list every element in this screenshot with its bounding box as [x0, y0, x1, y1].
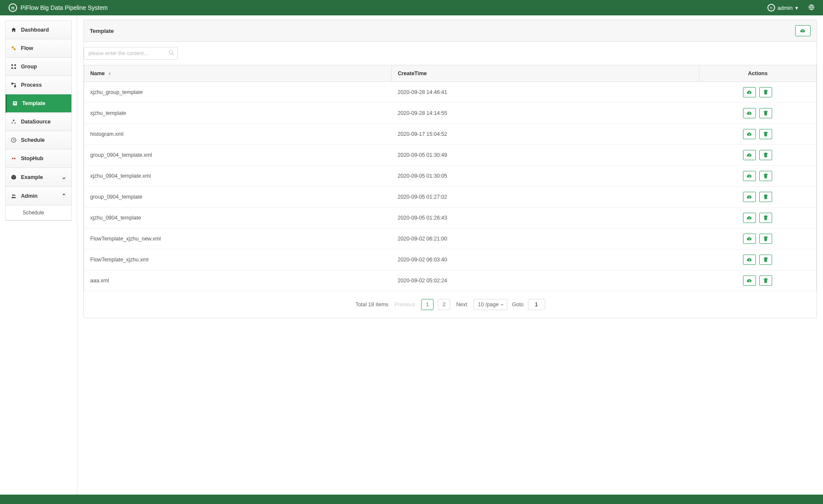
pagination-pagesize-select[interactable]: 10 /page — [473, 299, 508, 310]
svg-rect-4 — [15, 64, 16, 66]
sidebar-item-label: Template — [22, 100, 45, 106]
sidebar-item-template[interactable]: Template — [6, 94, 71, 113]
flow-icon — [11, 45, 17, 51]
sidebar-item-admin[interactable]: Admin ⌃ — [6, 187, 71, 205]
pagination-goto-label: Goto — [512, 302, 523, 308]
cell-createtime: 2020-09-17 15:04:52 — [392, 124, 699, 145]
download-button[interactable] — [743, 213, 756, 223]
delete-button[interactable] — [759, 192, 772, 202]
cell-name: xjzhu_0904_template.xml — [84, 166, 392, 187]
pagination-next[interactable]: Next — [454, 299, 469, 310]
pagination-page-2[interactable]: 2 — [438, 299, 450, 310]
users-icon — [11, 193, 17, 199]
sidebar-item-label: Schedule — [21, 137, 45, 143]
table-row: FlowTemplate_xjzhu.xml 2020-09-02 06:03:… — [84, 249, 817, 270]
chevron-down-icon: ⌄ — [62, 174, 66, 180]
svg-point-15 — [12, 194, 14, 196]
search-icon[interactable] — [168, 50, 174, 57]
table-row: group_0904_template 2020-09-05 01:27:02 — [84, 187, 817, 208]
delete-button[interactable] — [759, 108, 772, 118]
download-button[interactable] — [743, 275, 756, 286]
sidebar-item-datasource[interactable]: DataSource — [6, 113, 71, 131]
delete-button[interactable] — [759, 255, 772, 265]
svg-point-2 — [14, 48, 16, 50]
cell-actions — [699, 229, 816, 249]
sidebar-item-dashboard[interactable]: Dashboard — [6, 21, 71, 39]
table-row: xjzhu_0904_template 2020-09-05 01:26:43 — [84, 208, 817, 229]
download-button[interactable] — [743, 129, 756, 139]
cell-name: xjzhu_0904_template — [84, 208, 392, 229]
admin-dropdown[interactable]: π admin ▾ — [767, 4, 798, 12]
sidebar-item-label: Admin — [21, 193, 38, 199]
svg-rect-6 — [15, 67, 16, 69]
sidebar-item-group[interactable]: Group — [6, 58, 71, 76]
cell-createtime: 2020-09-05 01:30:49 — [392, 145, 699, 166]
column-header-name[interactable]: Name ▲▼ — [84, 65, 392, 82]
globe-icon[interactable] — [808, 4, 814, 12]
sidebar-item-label: StopHub — [21, 155, 43, 161]
pagination-previous[interactable]: Previous — [393, 299, 417, 310]
delete-button[interactable] — [759, 234, 772, 244]
download-button[interactable] — [743, 234, 756, 244]
download-button[interactable] — [743, 171, 756, 181]
datasource-icon — [11, 119, 17, 125]
home-icon — [11, 27, 17, 33]
sort-icon: ▲▼ — [108, 72, 112, 76]
download-button[interactable] — [743, 87, 756, 97]
sidebar-item-stophub[interactable]: StopHub — [6, 149, 71, 168]
sidebar-item-example[interactable]: Example ⌄ — [6, 168, 71, 187]
svg-rect-7 — [12, 83, 13, 85]
svg-point-1 — [12, 46, 14, 48]
cell-createtime: 2020-09-28 14:14:55 — [392, 103, 699, 124]
cell-createtime: 2020-09-02 06:21:00 — [392, 229, 699, 249]
cell-actions — [699, 145, 816, 166]
cell-actions — [699, 270, 816, 291]
grid-icon — [11, 64, 17, 70]
download-button[interactable] — [743, 255, 756, 265]
table-row: histogram.xml 2020-09-17 15:04:52 — [84, 124, 817, 145]
delete-button[interactable] — [759, 87, 772, 97]
download-button[interactable] — [743, 150, 756, 160]
panel-title: Template — [90, 28, 114, 34]
header-right: π admin ▾ — [767, 4, 814, 12]
delete-button[interactable] — [759, 275, 772, 286]
upload-button[interactable] — [795, 25, 811, 36]
sidebar-subitem-schedule[interactable]: Schedule — [6, 205, 71, 220]
svg-rect-3 — [12, 64, 13, 66]
table-row: xjzhu_group_template 2020-09-28 14:46:41 — [84, 82, 817, 103]
cell-createtime: 2020-09-05 01:27:02 — [392, 187, 699, 208]
sidebar-item-label: Flow — [21, 45, 33, 51]
cell-createtime: 2020-09-02 06:03:40 — [392, 249, 699, 270]
process-icon — [11, 82, 17, 88]
pagination: Total 18 items Previous 1 2 Next 10 /pag… — [84, 291, 817, 318]
sidebar-item-flow[interactable]: Flow — [6, 39, 71, 58]
cell-createtime: 2020-09-02 05:02:24 — [392, 270, 699, 291]
sidebar-item-process[interactable]: Process — [6, 76, 71, 94]
pagination-page-1[interactable]: 1 — [421, 299, 434, 310]
template-table: Name ▲▼ CreateTime Actions xjzhu_group_t… — [84, 65, 817, 291]
download-button[interactable] — [743, 192, 756, 202]
sidebar-item-schedule[interactable]: Schedule — [6, 131, 71, 149]
app-title: PiFlow Big Data Pipeline System — [21, 4, 108, 11]
cube-icon — [11, 174, 17, 180]
admin-avatar-icon: π — [767, 4, 775, 12]
delete-button[interactable] — [759, 129, 772, 139]
pagination-goto-input[interactable] — [528, 299, 545, 310]
app-footer — [0, 495, 823, 504]
cell-name: xjzhu_template — [84, 103, 392, 124]
cell-name: aaa.xml — [84, 270, 392, 291]
admin-label: admin — [778, 5, 793, 11]
delete-button[interactable] — [759, 171, 772, 181]
table-row: xjzhu_template 2020-09-28 14:14:55 — [84, 103, 817, 124]
delete-button[interactable] — [759, 150, 772, 160]
table-row: aaa.xml 2020-09-02 05:02:24 — [84, 270, 817, 291]
search-input[interactable] — [84, 47, 178, 60]
cell-actions — [699, 82, 816, 103]
cell-name: FlowTemplate_xjzhu_new.xml — [84, 229, 392, 249]
header-left: π PiFlow Big Data Pipeline System — [9, 3, 108, 12]
download-button[interactable] — [743, 108, 756, 118]
delete-button[interactable] — [759, 213, 772, 223]
pagination-total: Total 18 items — [355, 302, 388, 308]
app-header: π PiFlow Big Data Pipeline System π admi… — [0, 0, 823, 15]
content-area: Template Name ▲▼ — [77, 15, 823, 495]
